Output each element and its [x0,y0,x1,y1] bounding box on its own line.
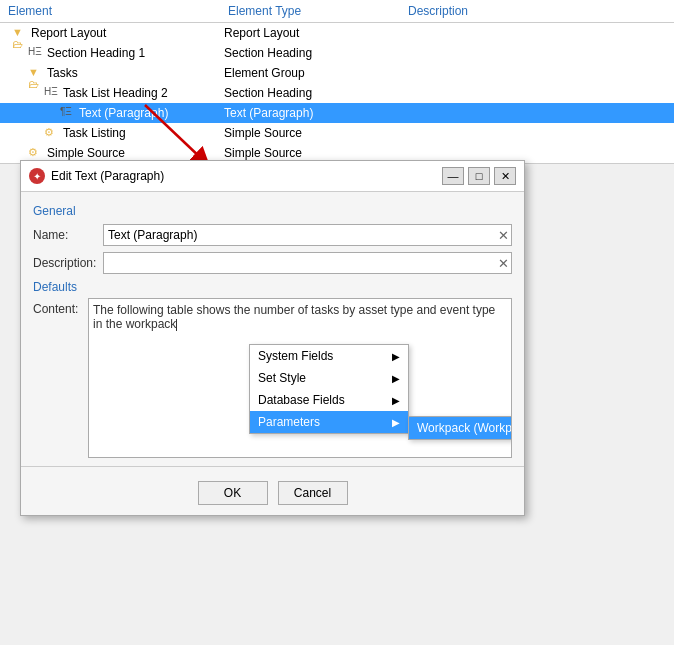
dialog-title: Edit Text (Paragraph) [51,169,164,183]
row-label: Simple Source [47,146,125,160]
tree-header: Element Element Type Description [0,0,674,23]
col-type: Element Type [228,4,408,18]
cancel-button[interactable]: Cancel [278,481,348,505]
col-description: Description [408,4,666,18]
dialog-separator [21,466,524,467]
submenu-arrow: ▶ [392,395,400,406]
content-text: The following table shows the number of … [93,303,495,331]
row-type: Report Layout [224,26,404,40]
description-input[interactable] [103,252,512,274]
section-icon: HΞ [44,86,60,100]
tree-row-task-list-heading[interactable]: HΞ Task List Heading 2 Section Heading [0,83,674,103]
tree-row-section-heading-1[interactable]: HΞ Section Heading 1 Section Heading [0,43,674,63]
menu-item-set-style[interactable]: Set Style ▶ [250,367,408,389]
source-icon: ⚙ [28,146,44,160]
row-label: Section Heading 1 [47,46,145,60]
dialog-controls: — □ ✕ [442,167,516,185]
submenu-arrow: ▶ [392,417,400,428]
row-label: Task Listing [63,126,126,140]
row-type: Section Heading [224,86,404,100]
name-label: Name: [33,228,103,242]
row-type: Simple Source [224,126,404,140]
paragraph-icon: ¶Ξ [60,106,76,120]
general-section-label: General [33,204,512,218]
defaults-section-label: Defaults [33,280,512,294]
submenu-arrow: ▶ [392,351,400,362]
content-editor[interactable]: The following table shows the number of … [88,298,512,458]
row-type: Simple Source [224,146,404,160]
content-row: Content: The following table shows the n… [33,298,512,458]
tree-row-text-paragraph[interactable]: ¶Ξ Text (Paragraph) Text (Paragraph) [0,103,674,123]
ok-button[interactable]: OK [198,481,268,505]
row-type: Element Group [224,66,404,80]
close-button[interactable]: ✕ [494,167,516,185]
folder-icon: ▼🗁 [28,66,44,80]
menu-label: Parameters [258,415,320,429]
menu-item-database-fields[interactable]: Database Fields ▶ [250,389,408,411]
dialog-title-area: ✦ Edit Text (Paragraph) [29,168,164,184]
submenu-arrow: ▶ [392,373,400,384]
description-clear-icon[interactable]: ✕ [498,256,509,271]
menu-label: Set Style [258,371,306,385]
folder-icon: ▼🗁 [12,26,28,40]
parameters-submenu: Workpack (Workpack_ID) [408,416,512,440]
name-input-wrap: ✕ [103,224,512,246]
description-row: Description: ✕ [33,252,512,274]
context-menu: System Fields ▶ Set Style ▶ Database Fie… [249,344,409,434]
row-label: Tasks [47,66,78,80]
cursor-indicator [176,319,177,331]
content-label: Content: [33,298,88,316]
dialog-footer: OK Cancel [21,473,524,515]
name-row: Name: ✕ [33,224,512,246]
source-icon: ⚙ [44,126,60,140]
minimize-button[interactable]: — [442,167,464,185]
menu-item-system-fields[interactable]: System Fields ▶ [250,345,408,367]
edit-dialog: ✦ Edit Text (Paragraph) — □ ✕ General Na… [20,160,525,516]
tree-row-task-listing[interactable]: ⚙ Task Listing Simple Source [0,123,674,143]
content-editor-wrap: The following table shows the number of … [88,298,512,458]
row-label: Text (Paragraph) [79,106,168,120]
name-clear-icon[interactable]: ✕ [498,228,509,243]
tree-row-tasks[interactable]: ▼🗁 Tasks Element Group [0,63,674,83]
menu-label: Database Fields [258,393,345,407]
maximize-button[interactable]: □ [468,167,490,185]
row-type: Text (Paragraph) [224,106,404,120]
row-label: Task List Heading 2 [63,86,168,100]
row-type: Section Heading [224,46,404,60]
row-label: Report Layout [31,26,106,40]
dialog-body: General Name: ✕ Description: ✕ Defaults … [21,192,524,466]
description-input-wrap: ✕ [103,252,512,274]
menu-label: System Fields [258,349,333,363]
submenu-item-workpack[interactable]: Workpack (Workpack_ID) [409,417,512,439]
dialog-title-icon: ✦ [29,168,45,184]
name-input[interactable] [103,224,512,246]
tree-row-report-layout[interactable]: ▼🗁 Report Layout Report Layout [0,23,674,43]
menu-item-parameters[interactable]: Parameters ▶ [250,411,408,433]
dialog-titlebar: ✦ Edit Text (Paragraph) — □ ✕ [21,161,524,192]
section-icon: HΞ [28,46,44,60]
tree-panel: Element Element Type Description ▼🗁 Repo… [0,0,674,164]
col-element: Element [8,4,228,18]
description-label: Description: [33,256,103,270]
